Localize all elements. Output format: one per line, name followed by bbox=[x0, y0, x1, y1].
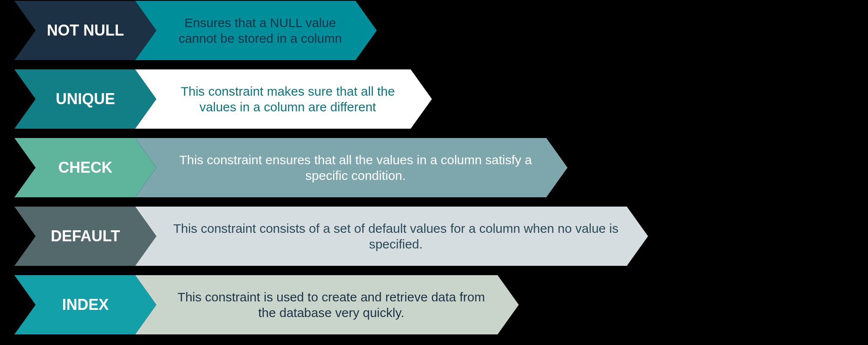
desc-arrow-unique: This constraint makes sure that all the … bbox=[135, 69, 432, 129]
desc-arrow-check: This constraint ensures that all the val… bbox=[135, 138, 568, 197]
label-text: UNIQUE bbox=[36, 69, 135, 129]
row-index: INDEX This constraint is used to create … bbox=[14, 275, 519, 334]
sql-constraints-diagram: NOT NULL Ensures that a NULL value canno… bbox=[0, 0, 868, 345]
desc-arrow-not-null: Ensures that a NULL value cannot be stor… bbox=[135, 1, 377, 60]
row-unique: UNIQUE This constraint makes sure that a… bbox=[14, 69, 432, 129]
desc-arrow-default: This constraint consists of a set of def… bbox=[135, 207, 648, 266]
desc-text: This constraint makes sure that all the … bbox=[169, 69, 406, 129]
label-text: NOT NULL bbox=[36, 1, 135, 60]
desc-text: Ensures that a NULL value cannot be stor… bbox=[169, 1, 351, 60]
desc-arrow-index: This constraint is used to create and re… bbox=[135, 275, 519, 334]
desc-text: This constraint ensures that all the val… bbox=[169, 138, 542, 197]
label-text: CHECK bbox=[36, 138, 135, 197]
row-not-null: NOT NULL Ensures that a NULL value canno… bbox=[14, 1, 377, 60]
desc-text: This constraint consists of a set of def… bbox=[169, 207, 623, 266]
row-default: DEFAULT This constraint consists of a se… bbox=[14, 207, 648, 266]
label-text: DEFAULT bbox=[36, 207, 135, 266]
desc-text: This constraint is used to create and re… bbox=[169, 275, 493, 334]
row-check: CHECK This constraint ensures that all t… bbox=[14, 138, 568, 197]
label-text: INDEX bbox=[36, 275, 135, 334]
